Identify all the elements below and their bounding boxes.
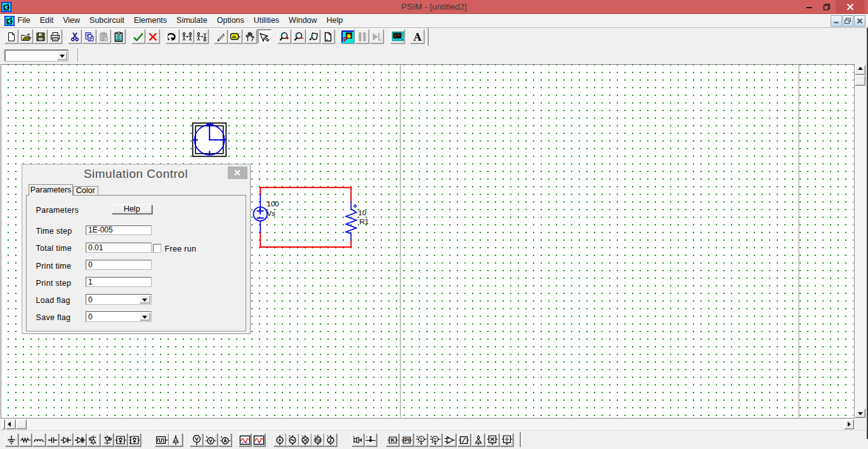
paste-button[interactable] [97, 29, 111, 44]
element-voltmeter-node-button[interactable] [190, 433, 204, 446]
simulation-control-element[interactable] [193, 123, 227, 156]
element-summer-minus-button[interactable]: Σ [414, 433, 428, 446]
tab-parameters[interactable]: Parameters [29, 184, 73, 196]
zoom-in-button[interactable] [277, 29, 291, 44]
cancel-button[interactable] [146, 29, 160, 44]
mdi-restore-button[interactable] [843, 15, 854, 27]
free-run-checkbox[interactable] [153, 244, 162, 253]
menu-subcircuit[interactable]: Subcircuit [85, 14, 129, 27]
element-source-sine-button[interactable] [299, 433, 312, 446]
element-divider-button[interactable] [500, 433, 513, 446]
zoom-area-button[interactable] [306, 29, 320, 44]
cut-button[interactable] [68, 29, 82, 44]
place-label-button[interactable] [228, 29, 242, 44]
mdi-close-button[interactable] [854, 15, 865, 27]
rotate-button[interactable] [166, 29, 180, 44]
element-capacitor-button[interactable] [46, 433, 60, 446]
element-limiter-button[interactable] [457, 433, 471, 446]
print-step-field[interactable] [86, 277, 152, 287]
element-op-amp-button[interactable] [471, 433, 485, 446]
element-summer-plus-button[interactable]: Σ [429, 433, 442, 446]
element-pi-controller-button[interactable]: PI [400, 433, 414, 446]
element-current-probe-button[interactable] [365, 433, 378, 446]
maximize-button[interactable] [815, 0, 838, 13]
save-button[interactable] [34, 29, 48, 44]
element-gating-block-button[interactable] [155, 433, 169, 446]
menu-elements[interactable]: Elements [129, 14, 171, 27]
text-button[interactable]: A [410, 29, 424, 44]
element-diode-button[interactable] [60, 433, 73, 446]
element-ground-button[interactable] [5, 433, 18, 446]
scroll-left-button[interactable] [6, 419, 16, 429]
element-thyristor-reverse-button[interactable] [101, 433, 114, 446]
menu-utilities[interactable]: Utilities [249, 14, 284, 27]
menu-simulate[interactable]: Simulate [172, 14, 213, 27]
save-flag-dropdown-icon[interactable] [140, 312, 150, 321]
element-label-port-button[interactable] [169, 433, 183, 446]
element-inductor-button[interactable] [32, 433, 46, 446]
vertical-scrollbar[interactable] [855, 64, 865, 418]
run-simulation-button[interactable] [341, 29, 355, 44]
fit-to-page-button[interactable] [321, 29, 335, 44]
element-ammeter-button[interactable] [218, 433, 232, 446]
view-netlist-button[interactable] [112, 29, 126, 44]
menu-file[interactable]: File [13, 14, 35, 27]
new-button[interactable] [4, 29, 18, 44]
element-gain-button[interactable]: K [386, 433, 399, 446]
element-comparator-button[interactable] [443, 433, 456, 446]
pan-button[interactable] [243, 29, 257, 44]
circuit-loop[interactable]: 100 Vs 10 R1 [253, 187, 369, 248]
copy-button[interactable] [82, 29, 96, 44]
print-time-field[interactable] [86, 260, 152, 270]
horizontal-scroll-thumb[interactable] [16, 419, 27, 429]
open-button[interactable] [19, 29, 33, 44]
flip-horizontal-button[interactable] [180, 29, 194, 44]
total-time-field[interactable] [86, 243, 152, 253]
element-scope-1-button[interactable] [239, 433, 252, 446]
mdi-minimize-button[interactable] [831, 15, 842, 27]
step-simulation-button[interactable]: 1 [370, 29, 384, 44]
element-thyristor-button[interactable] [87, 433, 100, 446]
element-combo-box[interactable] [4, 50, 69, 62]
menu-help[interactable]: Help [322, 14, 348, 27]
element-multiplier-button[interactable] [486, 433, 499, 446]
element-scope-2-button[interactable] [253, 433, 266, 446]
element-source-step-button[interactable] [324, 433, 337, 446]
save-flag-select[interactable]: 0 [86, 311, 152, 322]
parameters-section-label: Parameters [36, 206, 79, 215]
time-step-field[interactable] [86, 225, 152, 236]
dialog-close-button[interactable] [228, 166, 247, 179]
tab-color[interactable]: Color [73, 186, 98, 196]
select-pointer-button[interactable] [258, 29, 272, 44]
element-voltmeter-branch-button[interactable] [204, 433, 218, 446]
apply-button[interactable] [131, 29, 145, 44]
help-button[interactable]: Help [112, 204, 152, 214]
scroll-down-button[interactable] [855, 408, 865, 418]
print-button[interactable] [48, 29, 62, 44]
run-simview-button[interactable] [390, 29, 405, 44]
draw-wire-button[interactable] [214, 29, 228, 44]
load-flag-dropdown-icon[interactable] [140, 295, 150, 304]
menu-view[interactable]: View [58, 14, 85, 27]
menu-options[interactable]: Options [212, 14, 249, 27]
menu-edit[interactable]: Edit [35, 14, 58, 27]
element-source-ac-button[interactable] [286, 433, 299, 446]
close-button[interactable] [836, 0, 865, 13]
element-diode-bridge-button[interactable] [114, 433, 128, 446]
element-gating-signal-button[interactable] [352, 433, 364, 446]
element-thyristor-bridge-button[interactable] [128, 433, 141, 446]
menu-window[interactable]: Window [284, 14, 322, 27]
flip-vertical-button[interactable] [195, 29, 209, 44]
element-source-square-button[interactable] [312, 433, 324, 446]
load-flag-select[interactable]: 0 [86, 294, 152, 305]
zoom-out-button[interactable] [292, 29, 306, 44]
element-diode-break-button[interactable] [74, 433, 87, 446]
combo-dropdown-icon[interactable] [57, 51, 67, 60]
element-resistor-button[interactable] [19, 433, 32, 446]
element-source-dc-button[interactable] [273, 433, 286, 446]
vertical-scroll-thumb[interactable] [855, 75, 865, 86]
pause-simulation-button[interactable] [355, 29, 369, 44]
scroll-up-button[interactable] [855, 65, 865, 75]
horizontal-scrollbar[interactable] [2, 419, 855, 430]
scroll-right-button[interactable] [844, 419, 854, 429]
